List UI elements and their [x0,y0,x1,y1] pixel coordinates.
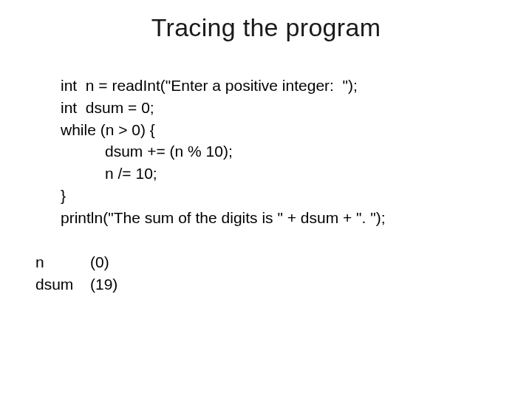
code-line: while (n > 0) { [61,119,497,141]
code-line: int dsum = 0; [61,97,497,119]
trace-row: n (0) [35,251,497,273]
trace-var-value: (19) [90,273,117,296]
slide: Tracing the program int n = readInt("Ent… [0,0,532,399]
code-line: dsum += (n % 10); [61,140,497,163]
trace-block: n (0) dsum (19) [35,251,497,296]
trace-row: dsum (19) [35,273,497,296]
slide-title: Tracing the program [35,13,497,42]
code-line: n /= 10; [61,163,497,185]
trace-var-name: dsum [35,273,90,296]
code-line: println("The sum of the digits is " + ds… [61,207,497,229]
code-line: int n = readInt("Enter a positive intege… [61,75,497,97]
code-line: } [61,185,497,207]
code-block: int n = readInt("Enter a positive intege… [61,75,497,229]
trace-var-value: (0) [90,251,109,273]
trace-var-name: n [35,251,90,273]
